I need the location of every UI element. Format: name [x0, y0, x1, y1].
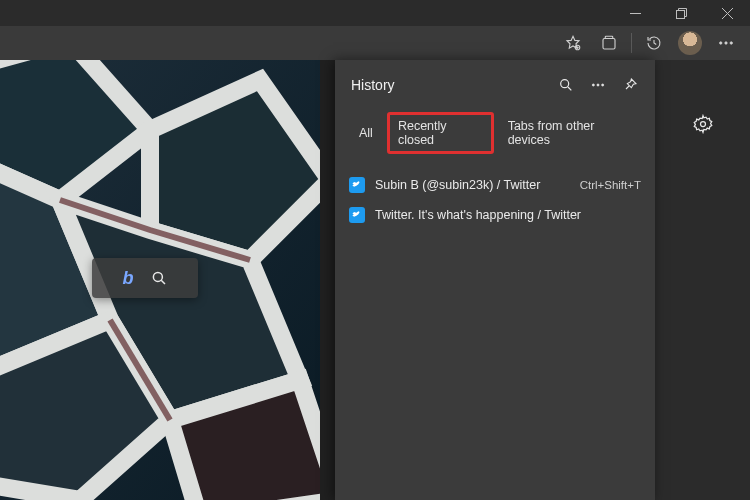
svg-line-21	[568, 87, 571, 90]
twitter-favicon	[349, 177, 365, 193]
tab-all[interactable]: All	[351, 122, 381, 144]
collections-icon[interactable]	[593, 29, 625, 57]
profile-avatar[interactable]	[678, 31, 702, 55]
window-close-button[interactable]	[704, 0, 750, 26]
window-minimize-button[interactable]	[612, 0, 658, 26]
window-titlebar	[0, 0, 750, 26]
history-title: History	[351, 77, 395, 93]
tab-other-devices[interactable]: Tabs from other devices	[500, 115, 643, 151]
tab-recently-closed[interactable]: Recently closed	[387, 112, 494, 154]
svg-point-7	[720, 42, 722, 44]
svg-rect-1	[676, 10, 684, 18]
history-panel: History All Recently closed Tabs from ot…	[335, 60, 655, 500]
app-root: b History All	[0, 0, 750, 500]
history-more-button[interactable]	[585, 72, 611, 98]
settings-icon[interactable]	[687, 110, 719, 138]
svg-point-23	[597, 84, 599, 86]
history-icon[interactable]	[638, 29, 670, 57]
favorites-icon[interactable]	[557, 29, 589, 57]
svg-rect-5	[603, 39, 615, 50]
right-panel-strip	[655, 60, 750, 500]
twitter-favicon	[349, 207, 365, 223]
history-item[interactable]: Subin B (@subin23k) / Twitter Ctrl+Shift…	[335, 170, 655, 200]
svg-line-18	[161, 280, 165, 284]
browser-toolbar	[0, 26, 750, 60]
window-restore-button[interactable]	[658, 0, 704, 26]
svg-point-20	[561, 80, 569, 88]
svg-point-8	[725, 42, 727, 44]
svg-point-24	[602, 84, 604, 86]
svg-point-19	[700, 122, 705, 127]
more-icon[interactable]	[710, 29, 742, 57]
history-item[interactable]: Twitter. It's what's happening / Twitter	[335, 200, 655, 230]
history-item-title: Subin B (@subin23k) / Twitter	[375, 178, 572, 192]
bing-search-pill[interactable]: b	[92, 258, 198, 298]
search-icon	[150, 269, 168, 287]
svg-point-17	[153, 272, 162, 281]
history-item-title: Twitter. It's what's happening / Twitter	[375, 208, 633, 222]
toolbar-separator	[631, 33, 632, 53]
history-header-actions	[553, 72, 643, 98]
svg-rect-6	[605, 36, 613, 38]
history-item-shortcut: Ctrl+Shift+T	[580, 179, 641, 191]
history-pin-button[interactable]	[617, 72, 643, 98]
history-header: History	[335, 60, 655, 108]
svg-point-22	[592, 84, 594, 86]
bing-icon: b	[123, 268, 134, 289]
history-list: Subin B (@subin23k) / Twitter Ctrl+Shift…	[335, 164, 655, 236]
history-search-button[interactable]	[553, 72, 579, 98]
svg-point-9	[730, 42, 732, 44]
history-tabs: All Recently closed Tabs from other devi…	[335, 108, 655, 164]
